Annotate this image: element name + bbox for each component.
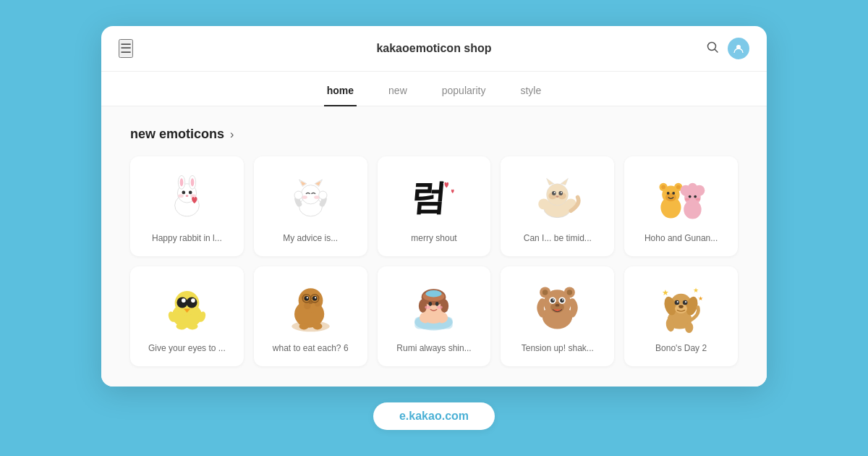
emoticon-image-6 (158, 278, 216, 336)
emoticon-card-1[interactable]: Happy rabbit in l... (130, 156, 244, 256)
emoticon-card-8[interactable]: Rumi always shin... (378, 266, 491, 366)
svg-point-51 (688, 183, 697, 193)
svg-point-107 (553, 299, 554, 300)
svg-point-121 (683, 300, 688, 305)
svg-point-53 (694, 195, 697, 198)
nav-tabs: home new popularity style (101, 72, 767, 106)
emoticon-card-2[interactable]: My advice is... (254, 156, 367, 256)
emoticon-card-6[interactable]: Give your eyes to ... (130, 266, 244, 366)
svg-point-46 (672, 192, 675, 195)
svg-point-100 (542, 290, 548, 295)
emoticon-label-10: Bono's Day 2 (655, 343, 707, 355)
search-button[interactable] (706, 41, 719, 57)
section-header: new emoticons › (130, 127, 738, 142)
avatar[interactable] (728, 38, 749, 59)
menu-button[interactable]: ☰ (119, 39, 133, 58)
svg-point-8 (191, 178, 195, 186)
svg-point-10 (189, 191, 192, 195)
svg-point-124 (678, 305, 684, 308)
emoticon-image-9 (529, 278, 587, 336)
svg-line-1 (715, 49, 718, 52)
emoticon-image-10: ★ ★ ★ (652, 278, 710, 336)
emoticon-label-3: merry shout (411, 233, 456, 245)
svg-point-36 (561, 192, 562, 193)
emoticon-card-10[interactable]: ★ ★ ★ (624, 266, 738, 366)
emoticon-card-5[interactable]: Hoho and Gunan... (624, 156, 738, 256)
svg-point-120 (675, 300, 680, 305)
logo: kakaoemoticon shop (376, 42, 491, 55)
svg-text:럼: 럼 (409, 177, 448, 217)
emoticon-image-8 (405, 278, 463, 336)
emoticon-label-6: Give your eyes to ... (148, 343, 226, 355)
svg-point-61 (191, 298, 195, 303)
emoticon-card-3[interactable]: 럼 merry shout (378, 156, 491, 256)
svg-marker-29 (547, 178, 554, 185)
svg-point-93 (435, 302, 439, 306)
emoticon-image-4 (529, 168, 587, 226)
svg-point-42 (661, 185, 665, 190)
svg-point-91 (426, 290, 443, 297)
svg-point-122 (677, 300, 678, 302)
svg-point-52 (689, 195, 692, 198)
emoticon-image-5 (652, 168, 710, 226)
svg-point-22 (294, 191, 302, 199)
svg-text:★: ★ (662, 287, 669, 296)
svg-text:★: ★ (698, 295, 703, 302)
svg-point-45 (667, 192, 670, 195)
tab-style[interactable]: style (517, 79, 544, 106)
svg-marker-30 (561, 178, 568, 185)
svg-point-74 (312, 296, 318, 301)
svg-point-88 (419, 299, 427, 313)
emoticon-card-7[interactable]: what to eat each? 6 (254, 266, 367, 366)
emoticon-grid: Happy rabbit in l... (130, 156, 738, 366)
section-title: new emoticons (130, 127, 224, 142)
svg-point-94 (425, 305, 431, 309)
emoticon-label-9: Tension up! shak... (522, 343, 594, 355)
emoticon-image-3: 럼 (405, 168, 463, 226)
svg-point-43 (676, 185, 681, 190)
emoticon-label-5: Hoho and Gunan... (644, 233, 718, 245)
header: ☰ kakaoemoticon shop (101, 26, 767, 72)
emoticon-label-8: Rumi always shin... (396, 343, 471, 355)
svg-text:★: ★ (693, 286, 699, 293)
svg-point-89 (441, 299, 448, 313)
svg-point-82 (312, 323, 322, 329)
emoticon-label-7: what to eat each? 6 (273, 343, 349, 355)
emoticon-image-2 (281, 168, 339, 226)
emoticon-card-9[interactable]: Tension up! shak... (501, 266, 614, 366)
browser-window: ☰ kakaoemoticon shop home new popularity (101, 26, 767, 386)
logo-suffix: shop (461, 42, 492, 54)
emoticon-image-7 (281, 278, 339, 336)
svg-point-60 (182, 298, 186, 303)
svg-point-76 (315, 297, 316, 298)
svg-point-55 (696, 198, 701, 200)
svg-point-23 (318, 191, 326, 199)
logo-bold: emoticon (409, 42, 461, 54)
svg-point-75 (306, 297, 307, 298)
tab-new[interactable]: new (386, 79, 410, 106)
svg-point-9 (182, 191, 185, 195)
section-arrow-icon[interactable]: › (230, 128, 234, 141)
svg-point-95 (438, 305, 443, 309)
emoticon-card-4[interactable]: Can I... be timid... (501, 156, 614, 256)
footer-url: e.kakao.com (373, 402, 495, 430)
svg-point-58 (176, 297, 187, 308)
svg-point-44 (665, 193, 676, 201)
svg-point-101 (567, 290, 573, 295)
svg-point-15 (301, 185, 320, 204)
emoticon-image-1 (158, 168, 216, 226)
emoticon-label-2: My advice is... (283, 233, 338, 245)
svg-point-11 (178, 194, 184, 198)
svg-point-105 (550, 298, 555, 303)
svg-point-106 (561, 298, 565, 303)
tab-home[interactable]: home (324, 79, 357, 106)
content-area: new emoticons › (101, 106, 767, 386)
svg-point-0 (708, 42, 716, 50)
svg-point-54 (685, 198, 690, 200)
svg-point-73 (304, 296, 309, 301)
svg-point-33 (552, 191, 556, 195)
svg-point-26 (539, 198, 550, 209)
tab-popularity[interactable]: popularity (439, 79, 489, 106)
svg-point-35 (554, 192, 556, 193)
svg-point-81 (299, 323, 308, 329)
